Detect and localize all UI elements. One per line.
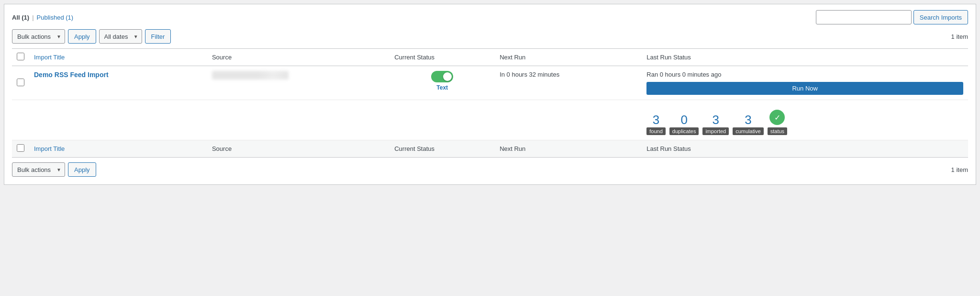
published-filter-link[interactable]: Published (1) bbox=[37, 14, 74, 21]
stats-row: 3 found 0 duplicates 3 imported 3 bbox=[12, 100, 968, 140]
stat-cumulative: 3 cumulative bbox=[733, 114, 764, 135]
stats-status-cell bbox=[390, 100, 495, 140]
search-area: Search Imports bbox=[816, 10, 968, 24]
stat-duplicates-label: duplicates bbox=[669, 127, 699, 135]
bottom-header-next-run: Next Run bbox=[495, 140, 642, 158]
bottom-header-row: Import Title Source Current Status Next … bbox=[12, 140, 968, 158]
row-title-cell: Demo RSS Feed Import bbox=[29, 66, 207, 100]
row-source-cell bbox=[207, 66, 390, 100]
search-imports-button[interactable]: Search Imports bbox=[913, 10, 968, 24]
bottom-header-title[interactable]: Import Title bbox=[29, 140, 207, 158]
table-header-row: Import Title Source Current Status Next … bbox=[12, 49, 968, 66]
bulk-actions-select[interactable]: Bulk actions bbox=[12, 29, 65, 44]
all-dates-wrapper: All dates ▼ bbox=[99, 29, 142, 44]
bottom-table-header: Import Title Source Current Status Next … bbox=[12, 140, 968, 158]
header-current-status-cell: Current Status bbox=[390, 49, 495, 66]
header-title-cell[interactable]: Import Title bbox=[29, 49, 207, 66]
imports-table: Import Title Source Current Status Next … bbox=[12, 48, 968, 158]
last-run-content: Ran 0 hours 0 minutes ago Run Now bbox=[646, 71, 963, 95]
top-item-count: 1 item bbox=[951, 33, 968, 40]
header-cb-cell bbox=[12, 49, 29, 66]
table-row: Demo RSS Feed Import Text In 0 hour bbox=[12, 66, 968, 100]
stat-status-label: status bbox=[768, 127, 787, 135]
stat-found-number: 3 bbox=[653, 114, 659, 126]
top-action-left: Bulk actions ▼ Apply All dates ▼ Filter bbox=[12, 29, 171, 44]
status-toggle[interactable] bbox=[431, 71, 453, 82]
bottom-item-count: 1 item bbox=[951, 166, 968, 173]
stats-source-cell bbox=[207, 100, 390, 140]
row-next-run-cell: In 0 hours 32 minutes bbox=[495, 66, 642, 100]
search-input[interactable] bbox=[816, 10, 912, 24]
stat-imported-number: 3 bbox=[713, 114, 719, 126]
row-checkbox[interactable] bbox=[17, 79, 24, 86]
filter-separator: | bbox=[32, 14, 33, 21]
stat-status-check-icon: ✓ bbox=[769, 110, 785, 125]
stats-last-run-cell: 3 found 0 duplicates 3 imported 3 bbox=[642, 100, 968, 140]
filter-button[interactable]: Filter bbox=[145, 29, 171, 44]
stats-cb-cell bbox=[12, 100, 29, 140]
stat-cumulative-number: 3 bbox=[745, 114, 751, 126]
bottom-header-source: Source bbox=[207, 140, 390, 158]
import-title-link[interactable]: Demo RSS Feed Import bbox=[34, 71, 109, 79]
stat-found-label: found bbox=[646, 127, 666, 135]
bulk-actions-wrapper: Bulk actions ▼ bbox=[12, 29, 65, 44]
stat-status: ✓ status bbox=[768, 110, 787, 135]
stats-title-cell bbox=[29, 100, 207, 140]
run-now-button[interactable]: Run Now bbox=[646, 82, 963, 95]
bottom-apply-button[interactable]: Apply bbox=[68, 162, 96, 177]
header-source-cell: Source bbox=[207, 49, 390, 66]
all-filter-link[interactable]: All (1) bbox=[12, 14, 29, 21]
bottom-header-cb bbox=[12, 140, 29, 158]
bottom-select-all-checkbox[interactable] bbox=[17, 144, 24, 152]
toggle-wrapper: Text bbox=[394, 71, 490, 91]
all-dates-select[interactable]: All dates bbox=[99, 29, 142, 44]
last-run-text: Ran 0 hours 0 minutes ago bbox=[646, 71, 963, 78]
top-bar: All (1) | Published (1) Search Imports bbox=[12, 10, 968, 24]
top-action-bar: Bulk actions ▼ Apply All dates ▼ Filter … bbox=[12, 29, 968, 44]
bottom-bulk-actions-wrapper: Bulk actions ▼ bbox=[12, 162, 65, 177]
bottom-action-bar: Bulk actions ▼ Apply 1 item bbox=[12, 162, 968, 177]
select-all-checkbox[interactable] bbox=[17, 53, 24, 60]
stat-cumulative-label: cumulative bbox=[733, 127, 764, 135]
stats-next-run-cell bbox=[495, 100, 642, 140]
bottom-header-last-run: Last Run Status bbox=[642, 140, 968, 158]
top-apply-button[interactable]: Apply bbox=[68, 29, 96, 44]
stat-duplicates: 0 duplicates bbox=[669, 114, 699, 135]
source-blurred-value bbox=[212, 71, 289, 80]
stat-duplicates-number: 0 bbox=[680, 114, 687, 126]
row-last-run-cell: Ran 0 hours 0 minutes ago Run Now bbox=[642, 66, 968, 100]
header-next-run-cell: Next Run bbox=[495, 49, 642, 66]
bottom-header-status: Current Status bbox=[390, 140, 495, 158]
toggle-text-label: Text bbox=[436, 84, 448, 91]
filter-links: All (1) | Published (1) bbox=[12, 14, 73, 21]
stat-imported: 3 imported bbox=[702, 114, 729, 135]
row-status-cell: Text bbox=[390, 66, 495, 100]
stats-container: 3 found 0 duplicates 3 imported 3 bbox=[646, 110, 963, 135]
stat-imported-label: imported bbox=[702, 127, 729, 135]
bottom-bulk-actions-select[interactable]: Bulk actions bbox=[12, 162, 65, 177]
row-cb-cell bbox=[12, 66, 29, 100]
header-last-run-status-cell: Last Run Status bbox=[642, 49, 968, 66]
imports-page: All (1) | Published (1) Search Imports B… bbox=[4, 4, 976, 185]
bottom-action-left: Bulk actions ▼ Apply bbox=[12, 162, 96, 177]
stat-found: 3 found bbox=[646, 114, 666, 135]
